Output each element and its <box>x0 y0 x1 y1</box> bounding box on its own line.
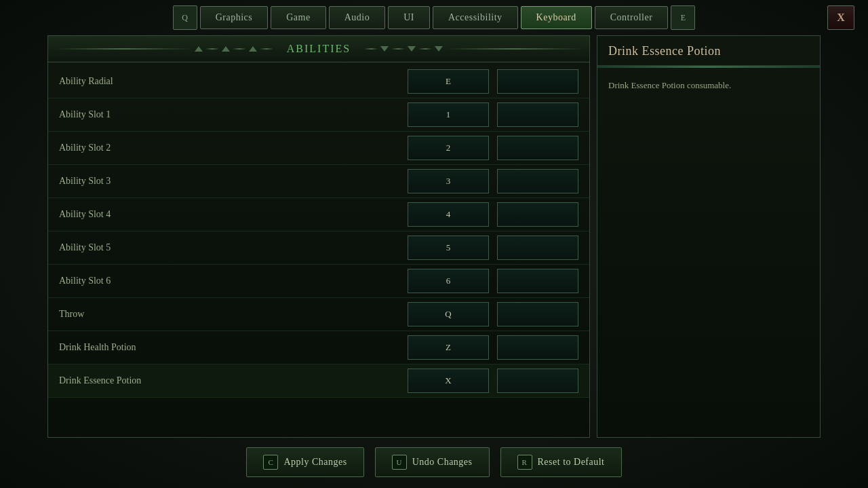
key-primary[interactable]: 6 <box>408 269 489 293</box>
binding-name: Ability Slot 6 <box>59 276 399 286</box>
key-secondary[interactable] <box>497 69 578 94</box>
tab-accessibility[interactable]: Accessibility <box>433 6 518 29</box>
key-primary[interactable]: 5 <box>408 236 489 260</box>
undo-changes-button[interactable]: U Undo Changes <box>375 447 490 477</box>
info-panel-body: Drink Essence Potion consumable. <box>597 68 820 104</box>
key-primary[interactable]: 3 <box>408 169 489 193</box>
binding-name: Ability Slot 1 <box>59 109 399 120</box>
left-panel: Abilities Ability RadialE Ability Slot 1… <box>47 35 590 438</box>
close-button[interactable]: X <box>827 5 854 30</box>
tab-controller[interactable]: Controller <box>595 6 669 29</box>
deco-bar-7 <box>418 48 432 50</box>
keybinding-row[interactable]: Ability Slot 44 <box>48 198 589 231</box>
section-title: Abilities <box>276 43 361 55</box>
binding-name: Ability Slot 2 <box>59 143 399 153</box>
tab-audio[interactable]: Audio <box>329 6 386 29</box>
apply-key-badge: C <box>263 455 278 470</box>
key-secondary[interactable] <box>497 169 578 193</box>
key-primary[interactable]: Z <box>408 335 489 360</box>
deco-triangle-6 <box>435 46 443 52</box>
key-secondary[interactable] <box>497 236 578 260</box>
keybinding-row[interactable]: Ability Slot 33 <box>48 165 589 198</box>
reset-key-badge: R <box>517 455 532 470</box>
deco-bar-6 <box>391 48 405 50</box>
page-root: Q Graphics Game Audio UI Accessibility K… <box>0 0 868 488</box>
binding-name: Ability Slot 3 <box>59 176 399 187</box>
info-panel-title: Drink Essence Potion <box>597 36 820 66</box>
nav-right-icon[interactable]: E <box>671 5 695 30</box>
keybinding-row[interactable]: Ability Slot 66 <box>48 265 589 298</box>
deco-bar-right <box>446 48 583 50</box>
deco-bar-4 <box>260 48 273 50</box>
tab-game[interactable]: Game <box>271 6 326 29</box>
deco-triangle-5 <box>408 46 416 52</box>
apply-changes-button[interactable]: C Apply Changes <box>246 447 363 477</box>
key-primary[interactable]: 4 <box>408 202 489 227</box>
deco-triangle-4 <box>380 46 389 52</box>
keybinding-row[interactable]: ThrowQ <box>48 298 589 331</box>
key-secondary[interactable] <box>497 369 578 393</box>
deco-bar-2 <box>205 48 219 50</box>
binding-name: Throw <box>59 309 399 320</box>
deco-triangle-3 <box>249 46 257 52</box>
bottom-bar: C Apply Changes U Undo Changes R Reset t… <box>0 438 868 488</box>
key-secondary[interactable] <box>497 136 578 160</box>
tab-graphics[interactable]: Graphics <box>200 6 269 29</box>
keybinding-row[interactable]: Ability RadialE <box>48 65 589 98</box>
keybinding-row[interactable]: Drink Health PotionZ <box>48 331 589 364</box>
nav-left-icon[interactable]: Q <box>173 5 197 30</box>
key-primary[interactable]: 2 <box>408 136 489 160</box>
reset-default-button[interactable]: R Reset to Default <box>500 447 622 477</box>
binding-name: Ability Slot 5 <box>59 242 399 253</box>
tab-keyboard[interactable]: Keyboard <box>521 6 592 29</box>
tab-ui[interactable]: UI <box>388 6 430 29</box>
right-panel: Drink Essence Potion Drink Essence Potio… <box>597 35 821 438</box>
keybinding-row[interactable]: Ability Slot 55 <box>48 231 589 265</box>
keybinding-row[interactable]: Drink Essence PotionX <box>48 364 589 398</box>
key-secondary[interactable] <box>497 302 578 326</box>
deco-triangle-2 <box>222 46 230 52</box>
keybinding-row[interactable]: Ability Slot 22 <box>48 132 589 165</box>
key-primary[interactable]: X <box>408 369 489 393</box>
undo-key-badge: U <box>392 455 407 470</box>
binding-name: Ability Slot 4 <box>59 209 399 220</box>
key-secondary[interactable] <box>497 269 578 293</box>
top-nav: Q Graphics Game Audio UI Accessibility K… <box>0 0 868 35</box>
binding-name: Ability Radial <box>59 76 399 87</box>
key-secondary[interactable] <box>497 102 578 127</box>
main-area: Abilities Ability RadialE Ability Slot 1… <box>0 35 868 438</box>
key-primary[interactable]: Q <box>408 302 489 326</box>
deco-bar-5 <box>364 48 378 50</box>
key-primary[interactable]: E <box>408 69 489 94</box>
binding-name: Drink Essence Potion <box>59 375 399 386</box>
panel-header: Abilities <box>48 36 589 62</box>
binding-name: Drink Health Potion <box>59 342 399 353</box>
deco-bar-3 <box>233 48 246 50</box>
deco-bar-left <box>55 48 192 50</box>
key-secondary[interactable] <box>497 335 578 360</box>
keybindings-list: Ability RadialE Ability Slot 11 Ability … <box>48 62 589 437</box>
keybinding-row[interactable]: Ability Slot 11 <box>48 98 589 132</box>
key-secondary[interactable] <box>497 202 578 227</box>
header-decorations: Abilities <box>55 43 583 55</box>
key-primary[interactable]: 1 <box>408 102 489 127</box>
deco-triangle-1 <box>195 46 203 52</box>
